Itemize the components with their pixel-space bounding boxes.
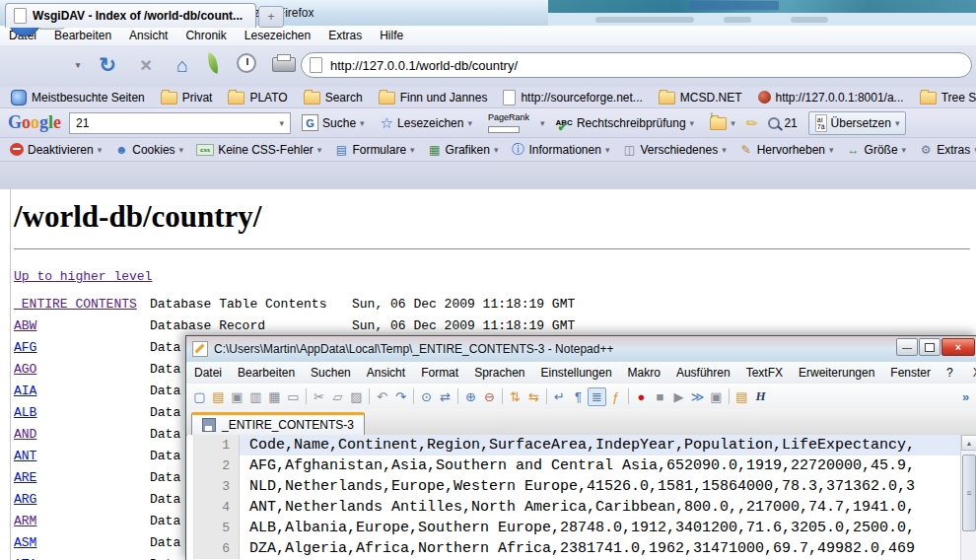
replace-icon[interactable]: ⇄: [436, 387, 454, 406]
menu-item[interactable]: Suchen: [303, 363, 359, 384]
menu-item[interactable]: Fenster: [882, 363, 939, 384]
bookmark-item[interactable]: Search: [297, 89, 370, 105]
close-button[interactable]: ×: [941, 338, 975, 356]
find-icon[interactable]: ⊙: [417, 387, 436, 406]
cut-icon[interactable]: ✂: [310, 387, 328, 406]
undo-icon[interactable]: ↶: [373, 387, 391, 406]
toolbar-overflow-icon[interactable]: »: [956, 387, 975, 406]
webdev-button[interactable]: ✎ Hervorheben ▾: [734, 142, 839, 158]
separator[interactable]: [306, 388, 307, 404]
bookmark-item[interactable]: Meistbesuchte Seiten: [4, 89, 152, 106]
document-tab[interactable]: _ENTIRE_CONTENTS-3: [191, 412, 365, 435]
separator[interactable]: [628, 388, 629, 404]
menu-item[interactable]: Ausführen: [668, 363, 738, 384]
word-wrap-icon[interactable]: ↵: [550, 387, 569, 406]
home-button[interactable]: ⌂: [170, 45, 195, 85]
up-link[interactable]: Up to higher level: [14, 269, 152, 284]
sync-vertical-icon[interactable]: ⇅: [506, 387, 524, 406]
run-macro-multiple-icon[interactable]: ≫: [688, 387, 707, 406]
restore-button[interactable]: [919, 338, 941, 356]
menu-item[interactable]: Ansicht: [120, 27, 176, 45]
url-input[interactable]: [328, 57, 963, 74]
separator[interactable]: [502, 388, 503, 404]
entry-link[interactable]: ARM: [14, 511, 150, 532]
google-search-box[interactable]: ▾: [69, 112, 291, 134]
webdev-button[interactable]: ↔ Größe ▾: [842, 142, 912, 158]
menu-item[interactable]: Ansicht: [359, 363, 413, 384]
print-icon[interactable]: [272, 57, 296, 72]
save-macro-icon[interactable]: ▣: [707, 387, 726, 406]
save-all-icon[interactable]: ▦: [265, 387, 284, 406]
menu-item[interactable]: Einstellungen: [533, 363, 620, 384]
webdev-button[interactable]: ◫ Verschiedenes ▾: [617, 142, 731, 158]
new-file-icon[interactable]: ▢: [190, 387, 209, 406]
bookmark-item[interactable]: PLATO: [221, 89, 294, 105]
bookmark-item[interactable]: Privat: [154, 89, 220, 105]
entry-link[interactable]: AIA: [14, 381, 150, 402]
entry-link[interactable]: ARE: [14, 467, 150, 489]
show-all-chars-icon[interactable]: ¶: [569, 387, 588, 406]
menu-item[interactable]: ?: [939, 363, 961, 384]
separator[interactable]: [546, 388, 547, 404]
vertical-scrollbar[interactable]: ▲ ≡: [960, 435, 976, 560]
entry-link[interactable]: ATA: [14, 554, 150, 560]
zoom-out-icon[interactable]: ⊖: [480, 387, 499, 406]
google-search-input[interactable]: [70, 116, 273, 130]
paste-icon[interactable]: ▨: [347, 387, 366, 406]
entry-link[interactable]: AGO: [14, 359, 150, 381]
history-clock-icon[interactable]: [237, 53, 256, 73]
reload-button[interactable]: ↻: [94, 45, 121, 85]
highlighter-icon[interactable]: ✎: [742, 113, 761, 133]
new-tab-button[interactable]: +: [258, 6, 284, 28]
pagerank-dropdown-icon[interactable]: ▾: [540, 118, 545, 128]
webdev-button[interactable]: Deaktivieren ▾: [5, 142, 106, 158]
separator[interactable]: [413, 388, 414, 404]
entry-link[interactable]: ARG: [14, 489, 150, 511]
separator[interactable]: [729, 388, 730, 404]
menu-item[interactable]: Bearbeiten: [230, 363, 303, 384]
bookmark-item[interactable]: Finn und Jannes: [372, 89, 495, 105]
word-find-button[interactable]: 21: [763, 114, 802, 132]
indent-guide-icon[interactable]: ≣: [588, 387, 606, 406]
history-dropdown-icon[interactable]: ▾: [71, 45, 85, 85]
webdev-button[interactable]: ▤ Formulare ▾: [329, 142, 419, 158]
first-heading-icon[interactable]: H: [751, 387, 770, 406]
menu-item[interactable]: Format: [413, 363, 466, 384]
entry-link[interactable]: ABW: [14, 315, 150, 337]
open-file-icon[interactable]: ▤: [209, 387, 228, 406]
sync-horizontal-icon[interactable]: ⇆: [524, 387, 543, 406]
url-bar[interactable]: [301, 52, 972, 78]
menu-close-button[interactable]: X: [961, 366, 976, 380]
copy-icon[interactable]: ▱: [328, 387, 347, 406]
folder-as-workspace-icon[interactable]: ▤: [732, 387, 751, 406]
redo-icon[interactable]: ↷: [391, 387, 410, 406]
function-completion-icon[interactable]: ƒ: [606, 387, 625, 406]
webdev-button[interactable]: ▦ Grafiken ▾: [423, 142, 504, 158]
entry-link[interactable]: ANT: [14, 446, 150, 467]
scrollbar-thumb[interactable]: ≡: [962, 455, 976, 531]
record-macro-icon[interactable]: ●: [632, 387, 651, 406]
editor-area[interactable]: 1 Code,Name,Continent,Region,SurfaceArea…: [187, 435, 976, 560]
save-copy-icon[interactable]: ▥: [246, 387, 265, 406]
webdev-button[interactable]: ⓘ Informationen ▾: [506, 142, 614, 158]
entry-link[interactable]: _ENTIRE_CONTENTS: [14, 294, 150, 315]
bookmark-item[interactable]: http://sourceforge.net...: [496, 89, 649, 106]
spellcheck-button[interactable]: ABC✔ Rechtschreibprüfung ▾: [551, 114, 700, 132]
entry-link[interactable]: AND: [14, 424, 150, 446]
print-icon[interactable]: ▭: [284, 387, 303, 406]
entry-link[interactable]: ALB: [14, 402, 150, 424]
stop-button[interactable]: ×: [133, 45, 159, 85]
minimize-button[interactable]: —: [896, 338, 918, 356]
webdev-button[interactable]: ☻ Cookies ▾: [109, 142, 188, 158]
entry-link[interactable]: AFG: [14, 337, 150, 359]
menu-item[interactable]: Erweiterungen: [791, 363, 882, 384]
menu-item[interactable]: Sprachen: [466, 363, 532, 384]
play-macro-icon[interactable]: ▶: [669, 387, 688, 406]
pagerank-button[interactable]: PageRank: [483, 110, 534, 135]
scroll-up-icon[interactable]: ▲: [961, 435, 976, 451]
separator[interactable]: [369, 388, 370, 404]
entry-link[interactable]: ASM: [14, 532, 150, 554]
bookmark-item[interactable]: http://127.0.0.1:8001/a...: [751, 90, 911, 105]
menu-item[interactable]: Chronik: [176, 27, 235, 45]
google-search-button[interactable]: G Suche ▾: [297, 112, 370, 133]
